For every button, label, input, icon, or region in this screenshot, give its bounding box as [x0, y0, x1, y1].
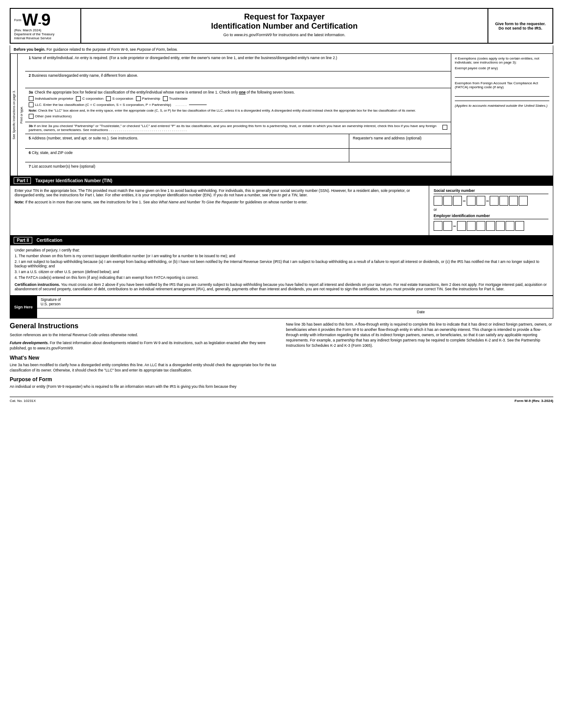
checkbox-s-corp[interactable]: S corporation: [106, 96, 133, 101]
checkbox-llc[interactable]: LLC. Enter the tax classification (C = C…: [29, 102, 171, 107]
field-1-input[interactable]: [29, 60, 447, 66]
field-2-input[interactable]: [29, 78, 447, 84]
or-label: or: [434, 207, 548, 212]
ssn-box-9[interactable]: [519, 196, 528, 206]
whats-new-para: Line 3a has been modified to clarify how…: [10, 363, 277, 373]
part1-title: Taxpayer Identification Number (TIN): [35, 178, 112, 183]
form-title2: Identification Number and Certification: [86, 22, 483, 31]
field-3a-number: 3a: [29, 90, 33, 94]
sign-here-section: Sign Here Signature of U.S. person Date: [10, 296, 553, 319]
dept-treasury: Department of the Treasury: [14, 32, 77, 36]
field-3a-text: Check the appropriate box for federal ta…: [34, 90, 295, 94]
field-6-right: [349, 149, 451, 162]
ein-box-6[interactable]: [486, 221, 495, 231]
right-panel: 4 Exemptions (codes apply only to certai…: [451, 54, 553, 176]
ein-box-9[interactable]: [515, 221, 524, 231]
field-5-right: Requester's name and address (optional): [349, 134, 451, 148]
purpose-text: An individual or entity (Form W-9 reques…: [10, 384, 277, 390]
checkbox-c-corp-label: C corporation: [82, 97, 103, 101]
form-header: Form W-9 (Rev. March 2024) Department of…: [10, 8, 553, 44]
checkbox-other[interactable]: Other (see instructions): [29, 114, 72, 119]
applies-text: (Applies to accounts maintained outside …: [455, 104, 549, 108]
part2-label: Part II: [14, 237, 32, 244]
sign-here-label: Sign Here: [10, 296, 37, 318]
before-begin-label: Before you begin.: [14, 47, 45, 52]
future-label: Future developments.: [10, 341, 49, 345]
before-begin-text: For guidance related to the purpose of F…: [46, 47, 178, 52]
ssn-box-8[interactable]: [509, 196, 518, 206]
checkbox-c-corp[interactable]: C corporation: [76, 96, 103, 101]
requester-address-label: Requester's name and address (optional): [353, 136, 422, 140]
ssn-box-2[interactable]: [443, 196, 452, 206]
ssn-box-5[interactable]: [476, 196, 485, 206]
ein-box-8[interactable]: [506, 221, 514, 231]
sidebar-text: See Specific Instructions on page 3.: [12, 90, 15, 139]
tin-left: Enter your TIN in the appropriate box. T…: [10, 186, 429, 235]
header-center: Request for Taxpayer Identification Numb…: [81, 9, 488, 43]
checkbox-partnership[interactable]: Partnership: [136, 96, 160, 101]
cert-inst-text: You must cross out item 2 above if you h…: [15, 282, 547, 291]
exempt-payee-label: Exempt payee code (if any): [455, 66, 549, 70]
checkbox-partnership-box[interactable]: [136, 96, 141, 101]
checkbox-s-corp-box[interactable]: [106, 96, 111, 101]
ein-box-7[interactable]: [496, 221, 505, 231]
field-6-input[interactable]: [29, 155, 345, 160]
note-3a: Note: Check the "LLC" box above and, in …: [29, 109, 447, 113]
tin-note: Note: If the account is in more than one…: [15, 200, 424, 204]
ein-box-5[interactable]: [476, 221, 485, 231]
field-7-input[interactable]: [29, 169, 447, 174]
print-type-label: Print or type.: [20, 106, 23, 124]
checkbox-llc-box[interactable]: [29, 102, 34, 107]
purpose-heading: Purpose of Form: [10, 376, 277, 383]
ein-boxes: –: [434, 221, 548, 231]
part2-title: Certification: [37, 238, 62, 243]
checkbox-llc-label: LLC. Enter the tax classification (C = C…: [35, 103, 171, 107]
checkbox-c-corp-box[interactable]: [76, 96, 81, 101]
section-refs: Section references are to the Internal R…: [10, 333, 277, 338]
header-right: Give form to the requester. Do not send …: [488, 9, 552, 43]
date-field[interactable]: Date: [417, 310, 549, 317]
signature-field[interactable]: Signature of U.S. person: [37, 296, 553, 308]
ssn-box-3[interactable]: [453, 196, 462, 206]
checkbox-trust-box[interactable]: [163, 96, 168, 101]
part2-header: Part II Certification: [10, 236, 553, 245]
ssn-sep-2: –: [486, 198, 489, 204]
ein-box-1[interactable]: [434, 221, 442, 231]
checkbox-trust[interactable]: Trust/estate: [163, 96, 188, 101]
sign-here-text: Sign Here: [14, 305, 33, 309]
llc-code-field[interactable]: [189, 105, 207, 105]
field-5-input[interactable]: [29, 140, 345, 146]
gen-inst-heading: General Instructions: [10, 322, 277, 330]
cert-item-4: 4. The FATCA code(s) entered on this for…: [15, 275, 548, 280]
ein-box-4[interactable]: [467, 221, 476, 231]
sign-bottom: Date: [37, 308, 553, 318]
field-7-row: 7 List account number(s) here (optional): [25, 162, 451, 176]
requester-address-input[interactable]: [353, 140, 447, 146]
field-1-text: Name of entity/individual. An entry is r…: [32, 56, 337, 60]
irs-label: Internal Revenue Service: [14, 36, 77, 40]
ssn-box-4[interactable]: [467, 196, 476, 206]
checkbox-individual-box[interactable]: [29, 96, 34, 101]
checkbox-individual[interactable]: Individual/sole proprietor: [29, 96, 73, 101]
ssn-label: Social security number: [434, 188, 548, 194]
fatca-label: Exemption from Foreign Account Tax Compl…: [455, 81, 549, 89]
ssn-sep-1: –: [463, 198, 466, 204]
field-5-row: 5 Address (number, street, and apt. or s…: [25, 134, 451, 149]
perjury-text: Under penalties of perjury, I certify th…: [15, 248, 548, 252]
inst-left-col: General Instructions Section references …: [10, 322, 277, 392]
ssn-box-7[interactable]: [499, 196, 508, 206]
ssn-box-6[interactable]: [490, 196, 499, 206]
ein-label: Employer identification number: [434, 214, 548, 219]
sidebar: See Specific Instructions on page 3.: [10, 54, 17, 176]
ein-box-2[interactable]: [443, 221, 452, 231]
part2-section: Under penalties of perjury, I certify th…: [10, 245, 553, 296]
part1-header: Part I Taxpayer Identification Number (T…: [10, 176, 553, 186]
ein-box-3[interactable]: [457, 221, 466, 231]
applies-note: (Applies to accounts maintained outside …: [455, 104, 549, 108]
checkbox-other-box[interactable]: [29, 114, 34, 119]
ssn-box-1[interactable]: [434, 196, 442, 206]
ein-sep: –: [453, 223, 456, 229]
fatca-code-field[interactable]: [455, 90, 549, 97]
field-3b-checkbox[interactable]: [442, 125, 447, 130]
exempt-payee-field[interactable]: [455, 71, 549, 78]
